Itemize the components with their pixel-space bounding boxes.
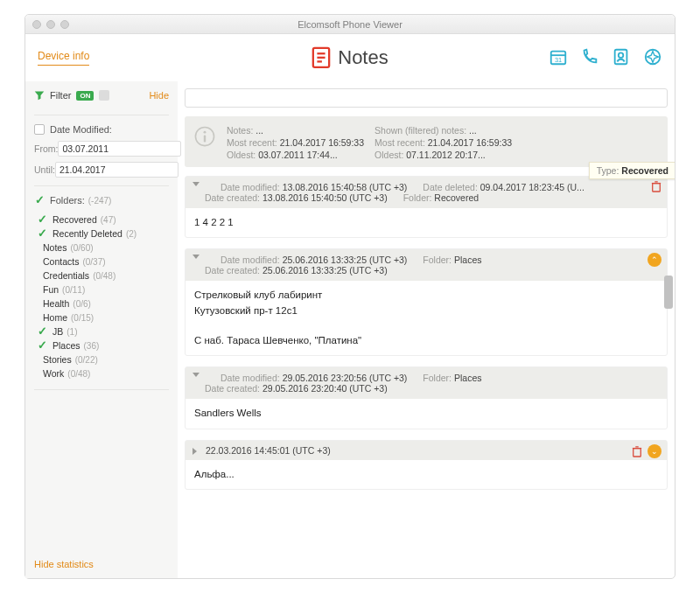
search-input[interactable] — [185, 88, 668, 108]
check-icon[interactable]: ✓ — [38, 341, 47, 350]
check-icon[interactable]: ✓ — [38, 215, 47, 224]
folder-count: (0/11) — [62, 285, 85, 295]
date-from-input[interactable] — [58, 141, 181, 157]
collapse-icon[interactable]: ⌃ — [648, 253, 662, 267]
note-card[interactable]: Date modified: 13.08.2016 15:40:58 (UTC … — [185, 176, 668, 238]
calls-icon[interactable] — [580, 47, 599, 69]
contacts-icon[interactable] — [612, 47, 631, 69]
check-icon[interactable]: ✓ — [38, 229, 47, 238]
date-modified-label: Date Modified: — [50, 124, 112, 135]
date-until-label: Until: — [34, 164, 55, 175]
folders-label: Folders: — [50, 195, 85, 206]
folder-name: Notes — [43, 242, 66, 253]
main-pane: Notes: ... Most recent: 21.04.2017 16:59… — [178, 81, 675, 578]
folder-name: Work — [43, 368, 64, 379]
folder-row[interactable]: ✓Places (36) — [38, 338, 169, 352]
type-tooltip: Type: Recovered — [589, 162, 675, 179]
device-info-link[interactable]: Device info — [38, 50, 89, 66]
calendar-icon[interactable]: 31 — [549, 47, 568, 69]
date-modified-section[interactable]: Date Modified: — [34, 124, 169, 135]
note-body: Sandlers Wells — [186, 399, 667, 428]
date-from-label: From: — [34, 143, 58, 154]
filter-toggle[interactable]: ON — [76, 91, 94, 101]
topbar: Device info Notes 31 — [25, 34, 675, 81]
svg-text:31: 31 — [555, 56, 562, 64]
check-icon[interactable]: ✓ — [38, 327, 47, 336]
trash-icon[interactable] — [632, 445, 642, 457]
folder-row[interactable]: Health (0/6) — [38, 296, 169, 310]
note-body: Альфа... — [186, 460, 667, 489]
folder-count: (1) — [66, 327, 77, 337]
check-icon[interactable]: ✓ — [34, 195, 45, 206]
folder-name: Places — [52, 340, 80, 351]
folder-count: (0/60) — [70, 243, 93, 253]
folder-name: Stories — [43, 354, 72, 365]
filter-label: Filter — [50, 90, 71, 101]
compass-icon[interactable] — [643, 47, 662, 69]
scrollbar-thumb[interactable] — [664, 276, 673, 309]
filter-toggle-handle[interactable] — [99, 90, 109, 101]
date-until-input[interactable] — [55, 162, 178, 178]
filter-hide-link[interactable]: Hide — [149, 90, 169, 101]
titlebar: Elcomsoft Phone Viewer — [25, 15, 675, 34]
folder-row[interactable]: ✓Recently Deleted (2) — [38, 227, 169, 241]
svg-rect-19 — [653, 184, 661, 192]
checkbox-icon[interactable] — [34, 124, 45, 135]
app-window: Elcomsoft Phone Viewer Device info Notes… — [24, 14, 676, 579]
folder-count: (2) — [126, 229, 136, 239]
folder-row[interactable]: ✓Recovered (47) — [38, 213, 169, 227]
page-title: Notes — [338, 46, 388, 69]
folder-name: Fun — [43, 284, 59, 295]
trash-icon[interactable] — [651, 180, 662, 192]
folder-row[interactable]: Contacts (0/37) — [38, 255, 169, 269]
folder-row[interactable]: ✓JB (1) — [38, 324, 169, 338]
note-body: 1 4 2 2 1 — [186, 208, 667, 237]
folder-row[interactable]: Credentials (0/48) — [38, 269, 169, 283]
filter-icon — [34, 90, 45, 101]
statistics-panel: Notes: ... Most recent: 21.04.2017 16:59… — [185, 116, 668, 167]
note-card[interactable]: Date modified: 29.05.2016 23:20:56 (UTC … — [185, 366, 668, 429]
folder-count: (36) — [84, 341, 100, 351]
folder-name: Contacts — [43, 256, 79, 267]
folder-count: (0/6) — [73, 299, 91, 309]
info-icon — [193, 125, 216, 148]
svg-rect-18 — [204, 135, 206, 142]
expand-icon[interactable]: ⌄ — [648, 444, 662, 458]
svg-point-8 — [619, 52, 624, 57]
svg-rect-0 — [313, 48, 329, 67]
folder-name: Recovered — [52, 214, 97, 225]
folder-name: Credentials — [43, 270, 89, 281]
folder-row[interactable]: Stories (0/22) — [38, 352, 169, 366]
minimize-icon[interactable] — [46, 20, 55, 29]
svg-point-17 — [204, 131, 206, 134]
folder-row[interactable]: Notes (0/60) — [38, 241, 169, 255]
note-card[interactable]: Date modified: 25.06.2016 13:33:25 (UTC … — [185, 248, 668, 356]
hide-statistics-link[interactable]: Hide statistics — [34, 559, 94, 569]
folder-name: Health — [43, 298, 69, 309]
traffic-lights — [25, 20, 69, 29]
note-body: Стрелковый клуб лабиринтКутузовский пр-т… — [186, 281, 667, 355]
folders-count: (-247) — [88, 196, 112, 206]
folder-name: Home — [43, 312, 67, 323]
sidebar: Filter ON Hide Date Modified: From: Unti… — [25, 81, 178, 578]
folder-count: (47) — [101, 215, 116, 225]
folder-count: (0/48) — [67, 369, 90, 379]
folder-row[interactable]: Work (0/48) — [38, 366, 169, 380]
folders-section[interactable]: ✓ Folders: (-247) — [34, 195, 169, 206]
zoom-icon[interactable] — [60, 20, 69, 29]
filter-bar: Filter ON Hide — [34, 90, 169, 101]
svg-rect-22 — [634, 448, 641, 456]
folder-name: Recently Deleted — [52, 228, 122, 239]
notes-icon — [312, 46, 331, 69]
folder-count: (0/15) — [71, 313, 94, 323]
folder-row[interactable]: Home (0/15) — [38, 310, 169, 324]
folder-row[interactable]: Fun (0/11) — [38, 283, 169, 296]
folder-count: (0/37) — [82, 257, 105, 267]
note-card[interactable]: 22.03.2016 14:45:01 (UTC +3) ⌄ Альфа... — [185, 440, 668, 490]
close-icon[interactable] — [32, 20, 41, 29]
folder-count: (0/48) — [93, 271, 116, 281]
folder-name: JB — [52, 326, 63, 337]
window-title: Elcomsoft Phone Viewer — [25, 19, 675, 30]
folder-count: (0/22) — [75, 355, 98, 365]
